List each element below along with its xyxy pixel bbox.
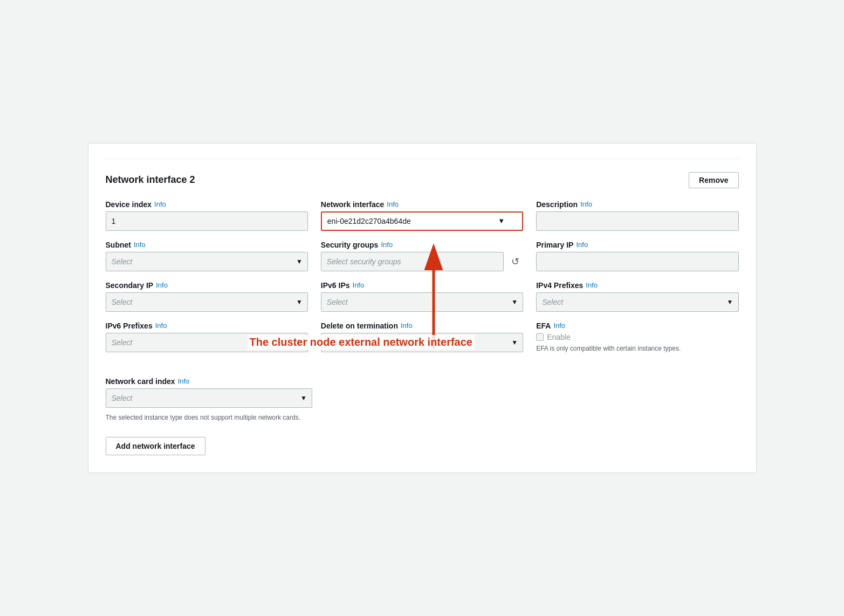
ipv4-prefixes-field: IPv4 Prefixes Info Select ▼ — [536, 281, 738, 312]
secondary-ip-field: Secondary IP Info Select ▼ — [106, 281, 308, 312]
network-interface-select-wrapper: eni-0e21d2c270a4b64de ▼ — [321, 211, 523, 231]
network-interface-input[interactable]: eni-0e21d2c270a4b64de ▼ — [321, 211, 523, 231]
ipv6-prefixes-info[interactable]: Info — [155, 321, 167, 330]
subnet-label: Subnet Info — [106, 241, 308, 249]
efa-checkbox-row: Enable — [536, 333, 738, 341]
bottom-section: Network card index Info Select ▼ The sel… — [106, 377, 739, 422]
device-index-value: 1 — [106, 211, 308, 231]
security-groups-refresh-button[interactable]: ↺ — [507, 255, 523, 269]
security-groups-label: Security groups Info — [321, 241, 523, 249]
network-interface-field: Network interface Info eni-0e21d2c270a4b… — [321, 200, 523, 231]
ipv4-prefixes-info[interactable]: Info — [586, 281, 598, 289]
delete-on-termination-field: Delete on termination Info Select ▼ — [321, 321, 523, 353]
efa-enable-label: Enable — [547, 333, 571, 341]
security-groups-input-wrap: Select security groups — [321, 252, 504, 271]
efa-checkbox[interactable] — [536, 333, 544, 341]
delete-on-termination-label: Delete on termination Info — [321, 321, 523, 330]
ipv6-prefixes-label: IPv6 Prefixes Info — [106, 321, 308, 330]
network-interface-label: Network interface Info — [321, 200, 523, 209]
network-card-index-field: Network card index Info Select ▼ The sel… — [106, 377, 312, 422]
delete-on-termination-select[interactable]: Select — [321, 333, 523, 352]
subnet-select[interactable]: Select — [106, 252, 308, 271]
ipv6-ips-field: IPv6 IPs Info Select ▼ — [321, 281, 523, 312]
add-ni-section: Add network interface — [106, 437, 739, 455]
description-label: Description Info — [536, 200, 738, 209]
efa-info[interactable]: Info — [553, 321, 565, 330]
device-index-field: Device index Info 1 — [106, 200, 308, 231]
card-title: Network interface 2 — [106, 174, 195, 186]
subnet-select-wrapper: Select ▼ — [106, 252, 308, 271]
network-card-index-select[interactable]: Select — [106, 388, 312, 408]
network-card-index-info[interactable]: Info — [178, 377, 190, 385]
secondary-ip-label: Secondary IP Info — [106, 281, 308, 290]
secondary-ip-info[interactable]: Info — [156, 281, 168, 289]
efa-label: EFA Info — [536, 321, 738, 330]
description-field: Description Info — [536, 200, 738, 231]
ipv6-prefixes-field: IPv6 Prefixes Info Select ▼ — [106, 321, 308, 353]
card-header: Network interface 2 Remove — [106, 172, 739, 188]
ipv6-ips-select[interactable]: Select — [321, 292, 523, 312]
network-interface-card: Network interface 2 Remove Device index … — [88, 143, 757, 474]
device-index-info[interactable]: Info — [154, 200, 166, 208]
security-groups-field: Security groups Info Select security gro… — [321, 241, 523, 271]
add-network-interface-button[interactable]: Add network interface — [106, 437, 205, 455]
form-grid-row3: Secondary IP Info Select ▼ IPv6 IPs Info… — [106, 281, 739, 312]
secondary-ip-select-wrapper: Select ▼ — [106, 292, 308, 312]
network-card-index-label: Network card index Info — [106, 377, 312, 386]
description-info[interactable]: Info — [580, 200, 592, 208]
delete-on-termination-select-wrapper: Select ▼ — [321, 333, 523, 352]
delete-on-termination-info[interactable]: Info — [401, 321, 413, 330]
subnet-info[interactable]: Info — [134, 241, 146, 249]
security-groups-row: Select security groups ↺ — [321, 252, 523, 271]
network-interface-chevron-icon: ▼ — [498, 217, 505, 225]
security-groups-info[interactable]: Info — [381, 241, 393, 249]
efa-note: EFA is only compatible with certain inst… — [536, 344, 738, 353]
form-grid-row4: IPv6 Prefixes Info Select ▼ Delete on te… — [106, 321, 739, 353]
primary-ip-field: Primary IP Info — [536, 241, 738, 271]
network-interface-info[interactable]: Info — [387, 200, 399, 208]
remove-button[interactable]: Remove — [689, 172, 738, 188]
ipv6-prefixes-select-wrapper: Select ▼ — [106, 333, 308, 352]
network-card-index-note: The selected instance type does not supp… — [106, 413, 312, 422]
bottom-spacer — [325, 377, 739, 422]
ipv6-ips-info[interactable]: Info — [353, 281, 365, 289]
device-index-label: Device index Info — [106, 200, 308, 209]
security-groups-input[interactable]: Select security groups — [321, 252, 504, 271]
network-card-index-select-wrapper: Select ▼ — [106, 388, 312, 408]
efa-field: EFA Info Enable EFA is only compatible w… — [536, 321, 738, 353]
ipv4-prefixes-select-wrapper: Select ▼ — [536, 292, 738, 312]
form-grid-row2: Subnet Info Select ▼ Security groups Inf… — [106, 241, 739, 271]
network-interface-value: eni-0e21d2c270a4b64de — [327, 217, 411, 225]
ipv6-ips-select-wrapper: Select ▼ — [321, 292, 523, 312]
description-value[interactable] — [536, 211, 738, 231]
primary-ip-info[interactable]: Info — [576, 241, 588, 249]
primary-ip-input[interactable] — [536, 252, 738, 271]
ipv6-prefixes-select[interactable]: Select — [106, 333, 308, 352]
ipv4-prefixes-label: IPv4 Prefixes Info — [536, 281, 738, 290]
primary-ip-label: Primary IP Info — [536, 241, 738, 249]
ipv6-ips-label: IPv6 IPs Info — [321, 281, 523, 290]
ipv4-prefixes-select[interactable]: Select — [536, 292, 738, 312]
form-grid-row1: Device index Info 1 Network interface In… — [106, 200, 739, 231]
subnet-field: Subnet Info Select ▼ — [106, 241, 308, 271]
secondary-ip-select[interactable]: Select — [106, 292, 308, 312]
